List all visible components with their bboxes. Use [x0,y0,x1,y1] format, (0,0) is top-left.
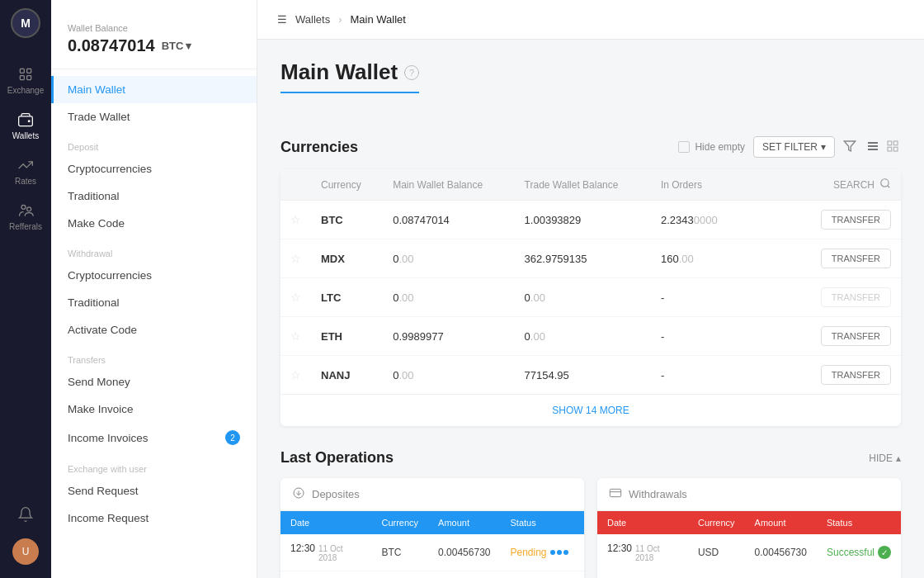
wallet-balance-section: Wallet Balance 0.08747014 BTC ▾ [51,13,257,69]
eth-main-balance: 0.9989977 [383,317,514,356]
svg-rect-12 [893,141,898,145]
sidebar-item-income-invoices[interactable]: Income Invoices 2 [51,423,257,452]
wit-datetime-1: 12:30 11 Oct 2018 [607,542,678,562]
table-row: ☆ MDX 0.00 362.9759135 160.00 TRANSFER [280,239,901,278]
dep-currency-1: BTC [371,534,428,571]
sidebar-item-make-code[interactable]: Make Code [51,210,257,237]
chevron-up-icon: ▴ [896,452,901,464]
table-row: ☆ BTC 0.08747014 1.00393829 2.23430000 T… [280,201,901,239]
avatar[interactable]: U [12,538,39,565]
currencies-card: Currency Main Wallet Balance Trade Walle… [280,169,901,426]
btc-trade-balance: 1.00393829 [515,201,651,239]
star-icon[interactable]: ☆ [290,291,301,304]
nanj-main-balance: 0.00 [383,356,514,395]
help-icon[interactable]: ? [404,65,419,80]
svg-rect-18 [610,489,620,496]
exchange-user-section-label: Exchange with user [51,452,257,477]
topbar: ☰ Wallets › Main Wallet [257,0,924,40]
wallets-nav-label: Wallets [12,131,39,140]
eth-in-orders: - [651,317,742,356]
star-icon[interactable]: ☆ [290,252,301,265]
star-icon[interactable]: ☆ [290,329,301,343]
topbar-wallets-link[interactable]: Wallets [295,13,330,26]
mdx-transfer-button[interactable]: TRANSFER [821,249,891,268]
last-ops-title: Last Operations [280,449,394,467]
sidebar-item-income-request[interactable]: Income Request [51,505,257,532]
deposits-title: Deposites [312,488,360,500]
ltc-main-balance: 0.00 [383,278,514,317]
sidebar-item-deposit-crypto[interactable]: Cryptocurrencies [51,155,257,182]
grid-view-button[interactable] [884,138,901,157]
status-badge: Successful ✓ [827,546,891,559]
status-badge: Pending [510,547,574,558]
dep-col-status: Status [500,511,584,534]
mdx-in-orders: 160.00 [651,239,742,278]
sidebar-item-wallets[interactable]: Wallets [0,103,51,149]
svg-line-16 [888,186,890,188]
dep-amount-2: 0.00456730 [428,571,500,579]
app-logo[interactable]: M [11,8,40,38]
table-row: 12:30 11 Oct 2018 BTC 0.00456730 Pending [280,534,584,571]
sidebar-item-trade-wallet[interactable]: Trade Wallet [51,103,257,130]
currency-selector[interactable]: BTC ▾ [162,40,192,52]
page-title: Main Wallet [280,59,398,85]
currencies-title: Currencies [280,139,358,156]
nanj-transfer-button[interactable]: TRANSFER [821,365,891,385]
deposit-icon [292,486,305,502]
sidebar-item-referrals[interactable]: Refferals [0,194,51,239]
currency-btc: BTC [321,214,343,226]
star-icon[interactable]: ☆ [290,213,301,226]
mdx-trade-balance: 362.9759135 [515,239,651,278]
star-icon[interactable]: ☆ [290,368,301,381]
set-filter-button[interactable]: SET FILTER ▾ [753,136,835,158]
sidebar-item-send-request[interactable]: Send Request [51,477,257,505]
hide-ops-button[interactable]: HIDE ▴ [869,452,901,464]
list-view-button[interactable] [865,138,881,157]
sidebar: Wallet Balance 0.08747014 BTC ▾ Main Wal… [51,0,257,578]
dep-col-amount: Amount [428,511,500,534]
svg-marker-7 [844,141,855,151]
income-invoices-badge: 2 [225,430,240,445]
currency-eth: ETH [321,330,342,343]
sidebar-item-activate-code[interactable]: Activate Code [51,316,257,343]
dep-amount-1: 0.00456730 [428,534,500,571]
svg-rect-1 [27,69,31,73]
sidebar-item-withdrawal-traditional[interactable]: Traditional [51,289,257,316]
sidebar-item-send-money[interactable]: Send Money [51,368,257,396]
sidebar-item-rates[interactable]: Rates [0,149,51,194]
deposits-table: Date Currency Amount Status 12:30 11 Oct… [280,511,584,578]
wit-col-currency: Currency [688,511,745,534]
show-more-button[interactable]: SHOW 14 MORE [280,394,901,426]
sidebar-item-make-invoice[interactable]: Make Invoice [51,396,257,423]
svg-point-6 [27,207,31,211]
sidebar-item-main-wallet[interactable]: Main Wallet [51,76,257,103]
filter-icon[interactable] [843,140,856,155]
deposit-section-label: Deposit [51,130,257,155]
referrals-nav-label: Refferals [9,222,42,231]
search-label: SEARCH [833,179,874,191]
topbar-current-page: Main Wallet [350,13,405,26]
btc-in-orders: 2.23430000 [651,201,742,239]
transfers-section-label: Transfers [51,343,257,368]
bell-icon[interactable] [17,506,34,525]
withdrawal-section-label: Withdrawal [51,237,257,262]
sidebar-item-withdrawal-crypto[interactable]: Cryptocurrencies [51,262,257,289]
table-row: 12:30 11 Oct 2018 USD 0.00456730 Success… [597,534,901,571]
currency-nanj: NANJ [321,369,350,381]
hamburger-icon[interactable]: ☰ [277,13,287,26]
col-search: SEARCH [742,169,901,201]
table-row: ☆ ETH 0.9989977 0.00 - TRANSFER [280,317,901,356]
deposits-section: Deposites Date Currency Amount Status [280,478,584,578]
svg-rect-3 [27,76,31,80]
nanj-trade-balance: 77154.95 [515,356,651,395]
withdrawals-table: Date Currency Amount Status 12:30 11 Oct… [597,511,901,571]
hide-empty-checkbox[interactable] [678,141,690,153]
hide-empty-toggle[interactable]: Hide empty [678,141,745,153]
search-icon[interactable] [879,178,891,192]
eth-transfer-button[interactable]: TRANSFER [821,326,891,346]
btc-transfer-button[interactable]: TRANSFER [821,210,891,230]
col-in-orders: In Orders [651,169,742,201]
main-content: ☰ Wallets › Main Wallet Main Wallet ? Cu… [257,0,924,578]
sidebar-item-deposit-traditional[interactable]: Traditional [51,182,257,210]
sidebar-item-exchange[interactable]: Exchange [0,58,51,103]
